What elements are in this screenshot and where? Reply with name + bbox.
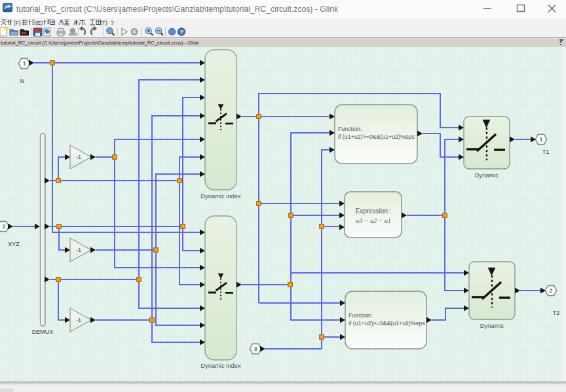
svg-text:(F): (F) [14, 20, 21, 26]
svg-text:?: ? [180, 29, 184, 35]
svg-text:Dynamic index: Dynamic index [200, 192, 241, 200]
svg-text:u3 − u2 − u1: u3 − u2 − u1 [356, 217, 391, 224]
svg-text:(E): (E) [35, 20, 43, 26]
svg-text:Dynamic: Dynamic [480, 322, 504, 329]
svg-text:1: 1 [23, 60, 26, 67]
svg-text:Dynamic: Dynamic [475, 171, 499, 179]
svg-text:Dynamic index: Dynamic index [200, 362, 241, 369]
svg-text:?: ? [111, 20, 114, 26]
svg-text:-1: -1 [76, 247, 81, 253]
svg-text:2: 2 [3, 223, 6, 230]
svg-text:Function:: Function: [349, 312, 372, 319]
svg-text:DEMUX: DEMUX [32, 329, 54, 335]
svg-text:Function:: Function: [338, 126, 362, 132]
svg-text:3: 3 [254, 346, 257, 352]
svg-text:if (u1+u2)>=0&&(u1+u2)%eps: if (u1+u2)>=0&&(u1+u2)%eps [349, 320, 425, 327]
svg-text:Expression :: Expression : [355, 207, 391, 215]
svg-text:if (u1+u2)>=0&&(u1+u2)%eps: if (u1+u2)>=0&&(u1+u2)%eps [338, 134, 415, 140]
svg-text:1: 1 [540, 136, 543, 143]
svg-text:(T): (T) [100, 20, 107, 26]
svg-text:T2: T2 [553, 310, 560, 316]
svg-text:-1: -1 [76, 154, 81, 160]
svg-text:XYZ: XYZ [8, 241, 20, 247]
svg-text:N: N [20, 78, 25, 84]
svg-text:2: 2 [550, 287, 553, 294]
svg-text:T1: T1 [542, 149, 550, 155]
svg-text:-1: -1 [76, 317, 81, 323]
